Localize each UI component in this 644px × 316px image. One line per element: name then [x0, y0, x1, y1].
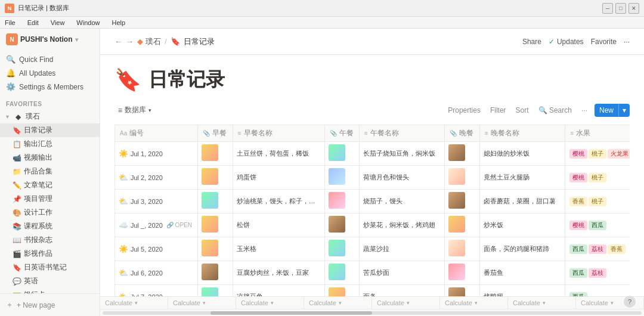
share-button[interactable]: Share: [522, 38, 541, 46]
menu-view[interactable]: View: [48, 18, 67, 27]
table-wrapper[interactable]: Aa编号 📎早餐 ≡早餐名称 📎午餐 ≡午餐名称 📎晚餐 ≡晚餐名称 ≡水果 ☀…: [114, 125, 630, 296]
col-fruits[interactable]: ≡水果: [565, 125, 630, 142]
book-icon: 📚: [12, 222, 21, 231]
table-row[interactable]: ⛅ Jul 7, 2020 凉拌豆角面条烤鸭腿西瓜: [115, 285, 630, 297]
date-cell: ☀️ Jul 5, 2020: [115, 237, 198, 261]
workspace-name[interactable]: N PUSHI's Notion ▾: [6, 33, 78, 45]
forward-button[interactable]: →: [126, 37, 134, 46]
favorite-button[interactable]: Favorite: [591, 38, 617, 46]
new-page-button[interactable]: ＋ + New page: [6, 298, 94, 312]
sidebar-item-bank[interactable]: 💳 银行卡: [0, 288, 100, 293]
new-button-label[interactable]: New: [595, 104, 618, 117]
dinner-name-cell: 面条，买的鸡腿和猪蹄: [479, 237, 565, 261]
breakfast-name-cell: 玉米格: [233, 237, 324, 261]
search-button[interactable]: 🔍 Search: [536, 105, 574, 116]
titlebar-controls[interactable]: ─ □ ✕: [602, 3, 639, 14]
table-row[interactable]: ⛅ Jul 6, 2020 豆腐炒肉丝，米饭，豆家苦瓜炒面番茄鱼西瓜荔枝: [115, 261, 630, 285]
sidebar-item-english-notes[interactable]: 🔖 日英语书笔记: [0, 261, 100, 274]
col-lunch-name[interactable]: ≡午餐名称: [359, 125, 445, 142]
col-dinner-name[interactable]: ≡晚餐名称: [479, 125, 565, 142]
sidebar-item-video-output[interactable]: 📹 视频输出: [0, 151, 100, 165]
sidebar-footer: ＋ + New page: [0, 293, 100, 316]
chat-icon: 💬: [12, 277, 21, 286]
new-button[interactable]: New ▾: [595, 104, 630, 117]
table-row[interactable]: ⛅ Jul 3, 2020 炒油桃菜，馒头，粽子，小米粥烧茄子，馒头卤香蘑菇，菜…: [115, 190, 630, 213]
col-breakfast-img[interactable]: 📎早餐: [198, 125, 233, 142]
calc-lunch[interactable]: Calculate ▾: [304, 297, 372, 309]
sidebar-item-movies[interactable]: 🎬 影视作品: [0, 247, 100, 261]
col-dinner-img[interactable]: 📎晚餐: [445, 125, 479, 142]
calc-dinner-name[interactable]: Calculate ▾: [508, 297, 576, 309]
calc-breakfast-name[interactable]: Calculate ▾: [236, 297, 304, 309]
menu-edit[interactable]: Edit: [25, 18, 41, 27]
sidebar-item-settings[interactable]: ⚙️ Settings & Members: [0, 80, 100, 94]
breadcrumb-parent[interactable]: ◆ 璞石: [137, 36, 161, 47]
lunch-img-cell: [324, 142, 359, 166]
properties-button[interactable]: Properties: [445, 105, 483, 116]
sidebar-item-works[interactable]: 📁 作品合集: [0, 165, 100, 178]
sidebar-header: N PUSHI's Notion ▾: [0, 29, 100, 50]
sidebar-item-courses[interactable]: 📚 课程系统: [0, 219, 100, 233]
table-row[interactable]: ☀️ Jul 1, 2020 土豆丝饼，荷包蛋，稀饭长茄子烧知豆角，焖米饭媳妇做…: [115, 142, 630, 166]
maximize-button[interactable]: □: [615, 3, 626, 14]
sidebar-item-reading[interactable]: 📖 书报杂志: [0, 233, 100, 247]
dinner-name-cell: 竟然土豆火腿肠: [479, 166, 565, 190]
lunch-img-cell: [324, 237, 359, 261]
filter-button[interactable]: Filter: [488, 105, 509, 116]
sidebar-items: ▼ ◆ 璞石 🔖 日常记录 📋 输出汇总 📹 视频输出 📁 作品合集 ✏️: [0, 110, 100, 293]
date-cell: ⛅ Jul 6, 2020: [115, 261, 198, 285]
menubar: File Edit View Window Help: [0, 17, 644, 29]
lunch-name-cell: 面条: [359, 285, 445, 297]
horizontal-scrollbar[interactable]: [103, 311, 642, 315]
calc-lunch-name[interactable]: Calculate ▾: [372, 297, 440, 309]
minimize-button[interactable]: ─: [602, 3, 613, 14]
new-button-arrow[interactable]: ▾: [618, 104, 630, 117]
sidebar-item-projects[interactable]: 📌 项目管理: [0, 192, 100, 206]
scrollbar-area: [100, 309, 644, 316]
fruits-cell: 樱桃桃子火龙果: [565, 142, 630, 166]
table-row[interactable]: ☁️ Jul _, 2020 🔗 OPEN 松饼炒菜花，焖米饭，烤鸡翅炒米饭樱桃…: [115, 213, 630, 237]
sidebar-item-english[interactable]: 💬 英语: [0, 274, 100, 288]
col-lunch-img[interactable]: 📎午餐: [324, 125, 359, 142]
col-breakfast-name[interactable]: ≡早餐名称: [233, 125, 324, 142]
menu-file[interactable]: File: [2, 18, 18, 27]
menu-help[interactable]: Help: [109, 18, 128, 27]
sidebar-item-daily-record[interactable]: 🔖 日常记录: [0, 123, 100, 137]
fruits-cell: 樱桃西瓜: [565, 213, 630, 237]
calc-number[interactable]: Calculate ▾: [100, 297, 168, 309]
db-view-toggle[interactable]: ≡ 数据库 ▾: [114, 103, 155, 117]
collapse-arrow: ▼: [5, 114, 10, 120]
dinner-name-cell: 炒米饭: [479, 213, 565, 237]
back-button[interactable]: ←: [114, 37, 122, 46]
sidebar-item-output-summary[interactable]: 📋 输出汇总: [0, 137, 100, 151]
clipboard-icon: 📋: [12, 140, 21, 148]
table-row[interactable]: ☀️ Jul 5, 2020 玉米格蔬菜沙拉面条，买的鸡腿和猪蹄西瓜荔枝香蕉: [115, 237, 630, 261]
menu-window[interactable]: Window: [74, 18, 102, 27]
sidebar-item-quick-find[interactable]: 🔍 Quick Find: [0, 52, 100, 66]
more-button[interactable]: ···: [624, 38, 630, 46]
updates-button[interactable]: ✓ Updates: [549, 38, 584, 46]
dinner-img-cell: [445, 285, 479, 297]
calc-breakfast[interactable]: Calculate ▾: [168, 297, 236, 309]
sidebar-item-pushi[interactable]: ▼ ◆ 璞石: [0, 110, 100, 123]
table-row[interactable]: ⛅ Jul 2, 2020 鸡蛋饼荷塘月色和馒头竟然土豆火腿肠樱桃桃子: [115, 166, 630, 190]
bookmark-icon: 🔖: [12, 126, 21, 135]
breakfast-name-cell: 土豆丝饼，荷包蛋，稀饭: [233, 142, 324, 166]
close-button[interactable]: ✕: [628, 3, 639, 14]
video-icon: 📹: [12, 154, 21, 162]
scrollbar-thumb[interactable]: [210, 311, 372, 315]
breadcrumb-separator: /: [165, 37, 167, 46]
current-page-icon: 🔖: [171, 37, 180, 46]
app-icon: N: [5, 4, 14, 13]
sidebar-item-design[interactable]: 🎨 设计工作: [0, 206, 100, 219]
more-options-button[interactable]: ···: [579, 105, 590, 116]
art-icon: 🎨: [12, 209, 21, 217]
col-number[interactable]: Aa编号: [115, 125, 198, 142]
calc-dinner[interactable]: Calculate ▾: [440, 297, 508, 309]
sidebar-item-articles[interactable]: ✏️ 文章笔记: [0, 178, 100, 192]
sort-button[interactable]: Sort: [513, 105, 531, 116]
help-button[interactable]: ?: [624, 296, 636, 308]
fruits-cell: 樱桃桃子: [565, 166, 630, 190]
breakfast-name-cell: 凉拌豆角: [233, 285, 324, 297]
sidebar-item-all-updates[interactable]: 🔔 All Updates: [0, 66, 100, 80]
